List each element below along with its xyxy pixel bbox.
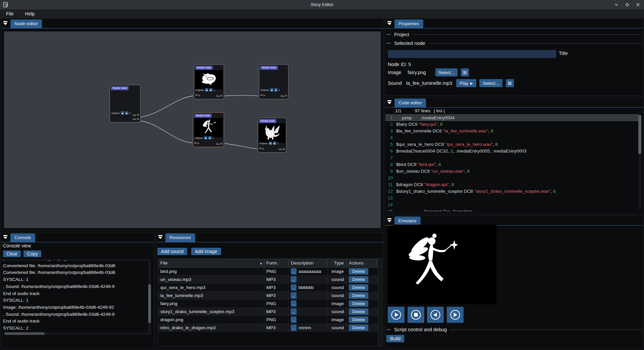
outputs-increment-button[interactable]: ▶ <box>208 136 212 139</box>
table-row[interactable]: fairy.pngPNG..imageDelete <box>158 300 382 308</box>
column-header-format[interactable]: Form. <box>264 259 289 267</box>
output-pin[interactable]: Out⊙ <box>278 148 285 151</box>
emulator-stop-button[interactable] <box>408 307 424 323</box>
collapse-panel-icon[interactable] <box>158 235 163 240</box>
menu-help[interactable]: Help <box>23 10 37 17</box>
title-input[interactable] <box>388 50 556 58</box>
pin-icon[interactable]: ⊙ <box>220 142 223 145</box>
delete-resource-button[interactable]: Delete <box>349 325 368 331</box>
tab-emulator[interactable]: Emulator <box>394 217 421 225</box>
graph-node-dragon[interactable]: Media node Outputs ◀ ▶ 1 ⊙In Out⊙ <box>258 118 286 153</box>
tab-properties[interactable]: Properties <box>394 19 423 28</box>
table-row[interactable]: la_fee_luminelle.mp3MP3..soundDelete <box>158 292 382 300</box>
table-row[interactable]: story1_drako_luminelle_sceptre.mp3MP3..s… <box>158 308 382 316</box>
node-header-label[interactable]: Media node <box>260 66 278 70</box>
column-header-file[interactable]: File ▲ <box>158 259 264 267</box>
node-header-label[interactable]: Media node <box>194 114 212 118</box>
minimize-icon[interactable] <box>614 2 619 7</box>
scrollbar-thumb[interactable] <box>148 284 151 323</box>
console-log[interactable]: , Sound: /home/anthony/ostproj/ba869e4b-… <box>2 260 148 332</box>
code-line[interactable]: 9$un_oiseau DC8 "un_oiseau.wav", 8 <box>385 168 640 175</box>
sort-ascending-icon[interactable]: ▲ <box>260 261 263 265</box>
copy-console-button[interactable]: Copy <box>23 250 41 257</box>
delete-resource-button[interactable]: Delete <box>349 276 368 283</box>
output-pin[interactable]: Out⊙ <box>280 95 287 97</box>
add-sound-button[interactable]: Add sound <box>157 248 187 255</box>
delete-resource-button[interactable]: Delete <box>349 268 368 275</box>
clear-sound-button[interactable]: ⊠ <box>506 79 514 87</box>
delete-resource-button[interactable]: Delete <box>349 300 368 307</box>
collapse-panel-icon[interactable] <box>387 100 392 105</box>
console-horizontal-scrollbar[interactable] <box>4 332 152 335</box>
input-pin[interactable]: ⊙In <box>194 142 199 144</box>
code-line[interactable]: 5$qui_sera_le_hero DC8 "qui_sera_le_hero… <box>385 141 640 148</box>
code-line[interactable]: 14 <box>385 201 640 208</box>
tab-node-editor[interactable]: Node editor <box>10 19 42 28</box>
code-line[interactable]: 2$fairy DC8 "fairy.qoi", 8 <box>385 121 640 128</box>
edit-description-button[interactable]: .. <box>291 325 297 331</box>
edit-description-button[interactable]: .. <box>291 276 297 283</box>
column-header-description[interactable]: Description <box>289 259 327 267</box>
code-line[interactable]: 7 <box>385 155 640 161</box>
output-pin-2[interactable]: Out⊙ <box>132 118 139 120</box>
node-header-label[interactable]: Media node <box>195 66 213 70</box>
output-pin-1[interactable]: Out⊙ <box>132 114 139 116</box>
table-row[interactable]: qui_sera_le_hero.mp3MP3..bbbbbbsoundDele… <box>158 284 382 292</box>
emulator-play-button[interactable] <box>388 307 405 323</box>
code-line[interactable]: 4 <box>385 134 640 141</box>
build-button[interactable]: Build <box>386 335 404 342</box>
scrollbar-thumb[interactable] <box>4 332 45 335</box>
outputs-decrement-button[interactable]: ◀ <box>269 141 272 145</box>
code-line[interactable]: 12$story1_drako_luminelle_sceptre DC8 "s… <box>385 188 640 195</box>
node-graph-canvas[interactable]: Media node Outputs ◀ ▶ 2 Out⊙ Out⊙ Media… <box>4 31 381 228</box>
emulator-step-back-button[interactable] <box>427 307 444 323</box>
output-pin[interactable]: Out⊙ <box>216 95 223 97</box>
code-line[interactable]: 6$mediaChoice0004 DC32, 2, .mediaEntry00… <box>385 148 640 155</box>
graph-node-fairy[interactable]: Media node Outputs ◀ ▶ 1 ⊙In Out⊙ <box>193 112 224 147</box>
node-header-label[interactable]: Media node <box>111 86 128 90</box>
input-pin[interactable]: ⊙In <box>260 94 265 97</box>
node-header-label[interactable]: Media node <box>259 119 276 123</box>
tab-code-editor[interactable]: Code editor <box>394 99 426 107</box>
code-scrollbar[interactable] <box>638 114 641 210</box>
table-row[interactable]: dragon.pngPNG..imageDelete <box>158 316 382 324</box>
delete-resource-button[interactable]: Delete <box>349 292 368 299</box>
code-line[interactable]: 13 <box>385 195 640 201</box>
delete-resource-button[interactable]: Delete <box>349 308 368 315</box>
graph-node-choice[interactable]: Media node Outputs ◀ ▶ 2 Out⊙ Out⊙ <box>110 85 141 122</box>
column-header-type[interactable]: Type <box>327 259 347 267</box>
menu-file[interactable]: File <box>4 10 16 17</box>
emulator-step-forward-button[interactable] <box>447 307 464 323</box>
output-pin[interactable]: Out⊙ <box>216 142 223 145</box>
column-header-actions[interactable]: Actions <box>347 259 377 267</box>
add-image-button[interactable]: Add image <box>191 248 221 255</box>
close-icon[interactable] <box>635 2 641 7</box>
pin-icon[interactable]: ⊙ <box>220 95 223 97</box>
scrollbar-thumb[interactable] <box>638 115 641 154</box>
code-line[interactable]: 15 Personal Tap Transition <box>385 208 640 212</box>
collapse-panel-icon[interactable] <box>3 21 8 26</box>
code-line[interactable]: 3$la_fee_luminelle DC8 "la_fee_luminelle… <box>385 128 640 134</box>
tab-console[interactable]: Console <box>10 233 35 242</box>
console-vertical-scrollbar[interactable] <box>148 260 151 332</box>
table-row[interactable]: intro_drako_le_dragon.mp3MP3..nnnnnsound… <box>158 324 382 332</box>
select-image-button[interactable]: Select... <box>435 68 458 76</box>
pin-icon[interactable]: ⊙ <box>137 114 139 116</box>
input-pin[interactable]: ⊙In <box>195 94 200 97</box>
table-row[interactable]: un_oiseau.mp3MP3..soundDelete <box>158 276 382 284</box>
edit-description-button[interactable]: .. <box>291 284 297 291</box>
collapse-panel-icon[interactable] <box>387 21 392 26</box>
edit-description-button[interactable]: .. <box>291 300 297 307</box>
delete-resource-button[interactable]: Delete <box>349 284 368 291</box>
graph-node-bird[interactable]: Media node Outputs ◀ ▶ 1 ⊙In Out⊙ <box>194 64 224 99</box>
pin-icon[interactable]: ⊙ <box>283 148 285 151</box>
outputs-increment-button[interactable]: ▶ <box>274 88 278 92</box>
select-sound-button[interactable]: Select... <box>479 79 502 87</box>
outputs-increment-button[interactable]: ▶ <box>209 88 213 92</box>
pin-icon[interactable]: ⊙ <box>137 118 139 120</box>
outputs-decrement-button[interactable]: ◀ <box>270 88 273 92</box>
outputs-decrement-button[interactable]: ◀ <box>204 136 207 139</box>
pin-icon[interactable]: ⊙ <box>259 147 261 150</box>
outputs-decrement-button[interactable]: ◀ <box>205 88 208 92</box>
code-text-area[interactable]: 1→ jump ···· .mediaEntry00042$fairy DC8 … <box>385 114 640 212</box>
